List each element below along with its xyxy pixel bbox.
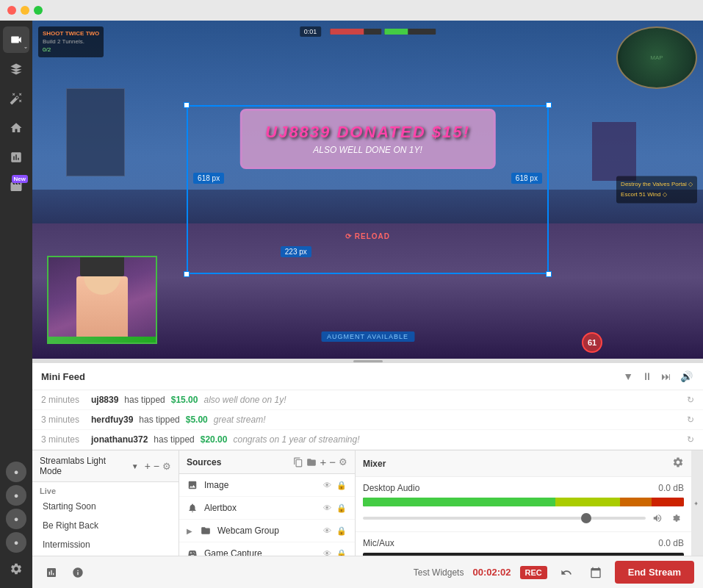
sources-settings-btn[interactable]: ⚙ bbox=[339, 456, 347, 467]
timer-display: 00:02:02 bbox=[472, 567, 511, 578]
divider-handle bbox=[353, 360, 383, 362]
mixer-header: Mixer bbox=[356, 451, 691, 477]
end-stream-button[interactable]: End Stream bbox=[615, 561, 694, 584]
source-item-image[interactable]: Image 👁 🔒 bbox=[179, 474, 355, 497]
undo-btn[interactable] bbox=[556, 562, 577, 583]
mixer-desktop-db: 0.0 dB bbox=[658, 483, 684, 493]
feed-action-2: has tipped bbox=[139, 415, 179, 425]
source-name-alertbox: Alertbox bbox=[204, 503, 315, 513]
source-game-icon bbox=[187, 548, 198, 556]
feed-filter-btn[interactable]: ▼ bbox=[621, 369, 635, 384]
feed-user-2: herdfuy39 bbox=[91, 415, 133, 425]
minimize-dot[interactable] bbox=[21, 6, 29, 15]
mini-feed-controls: ▼ ⏸ ⏭ 🔊 bbox=[621, 369, 694, 384]
stats-icon-btn[interactable] bbox=[41, 562, 62, 583]
close-dot[interactable] bbox=[7, 6, 16, 15]
scene-item-intermission[interactable]: Intermission bbox=[32, 535, 179, 554]
sidebar-item-layers[interactable] bbox=[3, 56, 29, 82]
feed-time-2: 3 minutes bbox=[41, 415, 85, 425]
sources-title: Sources bbox=[187, 457, 290, 467]
source-lock-btn-image[interactable]: 🔒 bbox=[336, 479, 347, 491]
mixer-panel: Mixer Desktop Audio 0.0 dB bbox=[356, 451, 691, 556]
bottom-bar: Test Widgets 00:02:02 REC End Stream bbox=[32, 556, 703, 588]
feed-volume-btn[interactable]: 🔊 bbox=[679, 369, 694, 384]
test-widgets-label: Test Widgets bbox=[414, 567, 464, 578]
mixer-desktop-mute-btn[interactable] bbox=[650, 511, 665, 526]
source-controls-alertbox: 👁 🔒 bbox=[321, 502, 347, 514]
source-controls-webcam: 👁 🔒 bbox=[321, 525, 347, 537]
scene-item-starting-soon[interactable]: Starting Soon bbox=[32, 497, 179, 516]
sources-panel: Sources + − ⚙ Image 👁 bbox=[179, 451, 356, 556]
feed-message-1: also well done on 1y! bbox=[203, 395, 286, 405]
sidebar-item-home[interactable] bbox=[3, 115, 29, 141]
source-eye-btn-webcam[interactable]: 👁 bbox=[321, 525, 333, 537]
mixer-bar-green bbox=[363, 498, 555, 506]
feed-refresh-1[interactable]: ↻ bbox=[687, 395, 694, 405]
donation-alert: UJ8839 DONATED $15! ALSO WELL DONE ON 1Y… bbox=[239, 109, 495, 169]
sources-folder-icon[interactable] bbox=[306, 457, 317, 467]
right-collapse-handle[interactable] bbox=[691, 451, 703, 556]
sources-list: Image 👁 🔒 Alertbox 👁 bbox=[179, 474, 355, 556]
source-eye-btn-game[interactable]: 👁 bbox=[321, 548, 333, 556]
maximize-dot[interactable] bbox=[34, 6, 43, 15]
feed-user-1: uj8839 bbox=[91, 395, 118, 405]
feed-item: 2 minutes uj8839 has tipped $15.00 also … bbox=[32, 390, 703, 410]
mixer-desktop-settings-btn[interactable] bbox=[669, 511, 684, 526]
rec-badge[interactable]: REC bbox=[520, 566, 547, 579]
mini-feed-header: Mini Feed ▼ ⏸ ⏭ 🔊 bbox=[32, 363, 703, 390]
mixer-bar-red bbox=[652, 498, 684, 506]
source-eye-btn-alertbox[interactable]: 👁 bbox=[321, 502, 333, 514]
scenes-remove-btn[interactable]: − bbox=[154, 460, 159, 472]
mixer-mic-name: Mic/Aux bbox=[363, 538, 394, 548]
source-name-image: Image bbox=[204, 480, 315, 490]
source-lock-btn-game[interactable]: 🔒 bbox=[336, 548, 347, 556]
webcam-image bbox=[48, 257, 156, 343]
mixer-desktop-slider[interactable] bbox=[363, 517, 646, 520]
calendar-btn[interactable] bbox=[585, 562, 606, 583]
sidebar-item-analytics[interactable] bbox=[3, 144, 29, 171]
sidebar-settings[interactable] bbox=[3, 556, 29, 582]
mixer-desktop-fill bbox=[363, 498, 684, 506]
info-icon-btn[interactable] bbox=[68, 562, 88, 583]
source-item-game-capture[interactable]: Game Capture 👁 🔒 bbox=[179, 542, 355, 556]
source-image-icon bbox=[187, 479, 198, 491]
mixer-channel-mic-header: Mic/Aux 0.0 dB bbox=[363, 538, 684, 548]
sidebar-circle-2[interactable]: ● bbox=[6, 485, 26, 506]
sidebar-item-film[interactable]: New bbox=[3, 173, 29, 200]
scenes-mode-header: Streamlabs Light Mode ▼ + − ⚙ bbox=[32, 451, 179, 482]
sidebar-circle-4[interactable]: ● bbox=[6, 532, 26, 553]
sidebar-circle-3[interactable]: ● bbox=[6, 509, 26, 529]
sources-copy-icon[interactable] bbox=[293, 457, 303, 467]
mixer-gear-btn[interactable] bbox=[672, 456, 684, 470]
feed-pause-btn[interactable]: ⏸ bbox=[641, 369, 654, 384]
bottom-bar-center: Test Widgets 00:02:02 REC End Stream bbox=[94, 561, 694, 584]
feed-refresh-3[interactable]: ↻ bbox=[687, 434, 694, 445]
new-badge: New bbox=[12, 175, 28, 183]
feed-amount-1: $15.00 bbox=[171, 395, 198, 405]
dim-label-bottom: 223 px bbox=[281, 246, 311, 257]
mixer-mic-bar bbox=[363, 553, 684, 556]
scenes-panel: Streamlabs Light Mode ▼ + − ⚙ Live Start… bbox=[32, 451, 179, 556]
source-item-webcam-group[interactable]: ▶ Webcam Group 👁 🔒 bbox=[179, 520, 355, 542]
mixer-channel-desktop: Desktop Audio 0.0 dB bbox=[356, 477, 691, 532]
scenes-settings-btn[interactable]: ⚙ bbox=[162, 461, 171, 472]
webcam-bar bbox=[48, 337, 156, 343]
source-lock-btn-alertbox[interactable]: 🔒 bbox=[336, 502, 347, 514]
scenes-mode-dropdown[interactable]: ▼ bbox=[131, 462, 139, 470]
sources-add-btn[interactable]: + bbox=[320, 456, 326, 468]
scenes-section-label: Live bbox=[32, 482, 179, 497]
source-expand-arrow[interactable]: ▶ bbox=[187, 527, 192, 535]
feed-skip-btn[interactable]: ⏭ bbox=[660, 369, 673, 384]
sources-remove-btn[interactable]: − bbox=[329, 456, 336, 468]
sidebar-item-video[interactable] bbox=[3, 26, 29, 53]
source-eye-btn-image[interactable]: 👁 bbox=[321, 479, 333, 491]
source-item-alertbox[interactable]: Alertbox 👁 🔒 bbox=[179, 497, 355, 520]
source-lock-btn-webcam[interactable]: 🔒 bbox=[336, 525, 347, 537]
scenes-add-btn[interactable]: + bbox=[145, 460, 151, 472]
sidebar-circle-1[interactable]: ● bbox=[6, 462, 26, 482]
feed-refresh-2[interactable]: ↻ bbox=[687, 415, 694, 425]
scene-item-be-right-back[interactable]: Be Right Back bbox=[32, 516, 179, 535]
mini-feed: Mini Feed ▼ ⏸ ⏭ 🔊 2 minutes uj8839 has t… bbox=[32, 363, 703, 450]
sidebar-item-effects[interactable] bbox=[3, 85, 29, 112]
donation-alert-text: UJ8839 DONATED $15! bbox=[265, 123, 469, 142]
